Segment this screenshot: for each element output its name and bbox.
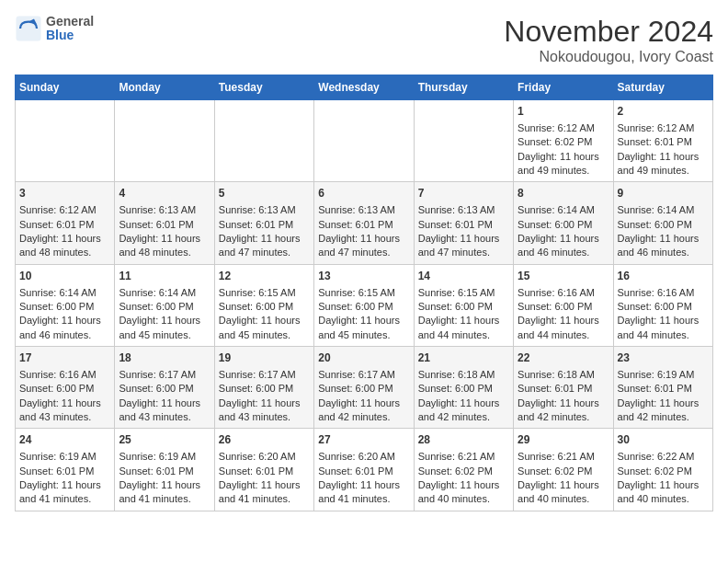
title-block: November 2024 Nokoudougou, Ivory Coast [504,15,713,65]
calendar-subtitle: Nokoudougou, Ivory Coast [504,49,713,65]
day-info: Sunrise: 6:13 AM Sunset: 6:01 PM Dayligh… [219,203,310,260]
weekday-header-wednesday: Wednesday [314,75,414,100]
calendar-cell: 21Sunrise: 6:18 AM Sunset: 6:00 PM Dayli… [414,347,513,429]
page-header: General Blue November 2024 Nokoudougou, … [15,15,713,65]
calendar-cell: 4Sunrise: 6:13 AM Sunset: 6:01 PM Daylig… [115,182,214,264]
calendar-cell: 16Sunrise: 6:16 AM Sunset: 6:00 PM Dayli… [613,264,712,346]
calendar-cell: 19Sunrise: 6:17 AM Sunset: 6:00 PM Dayli… [214,347,313,429]
calendar-cell: 8Sunrise: 6:14 AM Sunset: 6:00 PM Daylig… [514,182,613,264]
day-info: Sunrise: 6:19 AM Sunset: 6:01 PM Dayligh… [19,450,110,507]
calendar-title: November 2024 [504,15,713,49]
calendar-cell: 1Sunrise: 6:12 AM Sunset: 6:02 PM Daylig… [514,100,613,182]
calendar-week-row: 1Sunrise: 6:12 AM Sunset: 6:02 PM Daylig… [16,100,713,182]
day-number: 15 [518,269,609,284]
day-info: Sunrise: 6:12 AM Sunset: 6:02 PM Dayligh… [518,121,609,178]
day-info: Sunrise: 6:13 AM Sunset: 6:01 PM Dayligh… [418,203,509,260]
logo-line2: Blue [46,29,94,42]
calendar-cell: 7Sunrise: 6:13 AM Sunset: 6:01 PM Daylig… [414,182,513,264]
day-number: 5 [219,186,310,201]
day-info: Sunrise: 6:15 AM Sunset: 6:00 PM Dayligh… [318,286,409,343]
day-info: Sunrise: 6:12 AM Sunset: 6:01 PM Dayligh… [618,121,709,178]
calendar-cell: 12Sunrise: 6:15 AM Sunset: 6:00 PM Dayli… [214,264,313,346]
day-info: Sunrise: 6:20 AM Sunset: 6:01 PM Dayligh… [318,450,409,507]
logo-text: General Blue [46,15,94,43]
day-info: Sunrise: 6:14 AM Sunset: 6:00 PM Dayligh… [19,286,110,343]
weekday-header-thursday: Thursday [414,75,513,100]
calendar-week-row: 3Sunrise: 6:12 AM Sunset: 6:01 PM Daylig… [16,182,713,264]
day-number: 3 [19,186,110,201]
day-info: Sunrise: 6:17 AM Sunset: 6:00 PM Dayligh… [318,368,409,425]
day-number: 7 [418,186,509,201]
day-info: Sunrise: 6:19 AM Sunset: 6:01 PM Dayligh… [618,368,709,425]
day-number: 6 [318,186,409,201]
calendar-cell: 29Sunrise: 6:21 AM Sunset: 6:02 PM Dayli… [514,429,613,511]
day-number: 22 [518,350,609,366]
calendar-cell: 30Sunrise: 6:22 AM Sunset: 6:02 PM Dayli… [613,429,712,511]
calendar-cell: 15Sunrise: 6:16 AM Sunset: 6:00 PM Dayli… [514,264,613,346]
logo-line1: General [46,15,94,29]
day-info: Sunrise: 6:17 AM Sunset: 6:00 PM Dayligh… [219,368,310,425]
day-info: Sunrise: 6:16 AM Sunset: 6:00 PM Dayligh… [618,286,709,343]
calendar-cell [414,100,513,182]
calendar-cell: 11Sunrise: 6:14 AM Sunset: 6:00 PM Dayli… [115,264,214,346]
day-number: 10 [19,269,110,284]
day-number: 18 [119,350,210,366]
calendar-week-row: 17Sunrise: 6:16 AM Sunset: 6:00 PM Dayli… [16,347,713,429]
calendar-cell: 22Sunrise: 6:18 AM Sunset: 6:01 PM Dayli… [514,347,613,429]
day-number: 4 [119,186,210,201]
day-info: Sunrise: 6:17 AM Sunset: 6:00 PM Dayligh… [119,368,210,425]
calendar-week-row: 10Sunrise: 6:14 AM Sunset: 6:00 PM Dayli… [16,264,713,346]
day-info: Sunrise: 6:19 AM Sunset: 6:01 PM Dayligh… [119,450,210,507]
weekday-header-sunday: Sunday [16,75,115,100]
day-info: Sunrise: 6:13 AM Sunset: 6:01 PM Dayligh… [119,203,210,260]
calendar-cell: 23Sunrise: 6:19 AM Sunset: 6:01 PM Dayli… [613,347,712,429]
day-number: 1 [518,104,609,120]
calendar-cell: 3Sunrise: 6:12 AM Sunset: 6:01 PM Daylig… [16,182,115,264]
day-number: 23 [618,350,709,366]
day-info: Sunrise: 6:21 AM Sunset: 6:02 PM Dayligh… [518,450,609,507]
calendar-cell: 14Sunrise: 6:15 AM Sunset: 6:00 PM Dayli… [414,264,513,346]
calendar-cell: 24Sunrise: 6:19 AM Sunset: 6:01 PM Dayli… [16,429,115,511]
day-info: Sunrise: 6:13 AM Sunset: 6:01 PM Dayligh… [318,203,409,260]
day-number: 20 [318,350,409,366]
day-info: Sunrise: 6:16 AM Sunset: 6:00 PM Dayligh… [518,286,609,343]
day-number: 30 [618,432,709,448]
day-number: 28 [418,432,509,448]
day-info: Sunrise: 6:18 AM Sunset: 6:00 PM Dayligh… [418,368,509,425]
calendar-cell: 5Sunrise: 6:13 AM Sunset: 6:01 PM Daylig… [214,182,313,264]
calendar-cell: 2Sunrise: 6:12 AM Sunset: 6:01 PM Daylig… [613,100,712,182]
day-number: 11 [119,269,210,284]
calendar-cell: 26Sunrise: 6:20 AM Sunset: 6:01 PM Dayli… [214,429,313,511]
weekday-header-tuesday: Tuesday [214,75,313,100]
calendar-cell: 28Sunrise: 6:21 AM Sunset: 6:02 PM Dayli… [414,429,513,511]
day-number: 29 [518,432,609,448]
day-info: Sunrise: 6:21 AM Sunset: 6:02 PM Dayligh… [418,450,509,507]
weekday-header-monday: Monday [115,75,214,100]
day-info: Sunrise: 6:12 AM Sunset: 6:01 PM Dayligh… [19,203,110,260]
calendar-cell [115,100,214,182]
day-number: 25 [119,432,210,448]
day-info: Sunrise: 6:14 AM Sunset: 6:00 PM Dayligh… [119,286,210,343]
day-number: 12 [219,269,310,284]
day-number: 2 [618,104,709,120]
weekday-header-saturday: Saturday [613,75,712,100]
calendar-cell: 6Sunrise: 6:13 AM Sunset: 6:01 PM Daylig… [314,182,414,264]
calendar-week-row: 24Sunrise: 6:19 AM Sunset: 6:01 PM Dayli… [16,429,713,511]
day-number: 27 [318,432,409,448]
calendar-cell: 18Sunrise: 6:17 AM Sunset: 6:00 PM Dayli… [115,347,214,429]
calendar-cell: 17Sunrise: 6:16 AM Sunset: 6:00 PM Dayli… [16,347,115,429]
day-number: 19 [219,350,310,366]
day-info: Sunrise: 6:15 AM Sunset: 6:00 PM Dayligh… [418,286,509,343]
day-info: Sunrise: 6:14 AM Sunset: 6:00 PM Dayligh… [618,203,709,260]
calendar-cell [16,100,115,182]
day-number: 8 [518,186,609,201]
day-info: Sunrise: 6:20 AM Sunset: 6:01 PM Dayligh… [219,450,310,507]
day-number: 9 [618,186,709,201]
calendar-cell [214,100,313,182]
day-info: Sunrise: 6:16 AM Sunset: 6:00 PM Dayligh… [19,368,110,425]
calendar-cell: 27Sunrise: 6:20 AM Sunset: 6:01 PM Dayli… [314,429,414,511]
day-info: Sunrise: 6:14 AM Sunset: 6:00 PM Dayligh… [518,203,609,260]
calendar-cell: 10Sunrise: 6:14 AM Sunset: 6:00 PM Dayli… [16,264,115,346]
day-number: 14 [418,269,509,284]
weekday-header-row: SundayMondayTuesdayWednesdayThursdayFrid… [16,75,713,100]
